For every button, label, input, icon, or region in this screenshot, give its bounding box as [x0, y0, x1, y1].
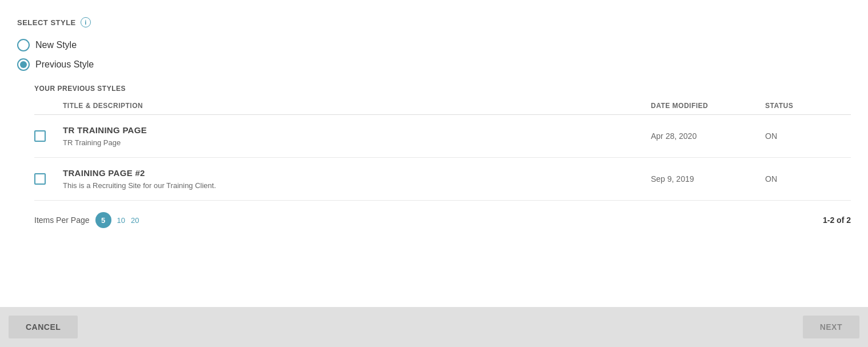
col-header-status: STATUS	[765, 102, 851, 110]
row-1-checkbox[interactable]	[34, 130, 46, 142]
items-per-page: Items Per Page 5 10 20	[34, 212, 139, 228]
col-header-date: DATE MODIFIED	[651, 102, 765, 110]
row-2-date: Sep 9, 2019	[651, 174, 765, 184]
next-button[interactable]: NEXT	[803, 316, 859, 338]
page-total: 2	[846, 216, 851, 225]
row-1-date: Apr 28, 2020	[651, 131, 765, 141]
items-per-page-label: Items Per Page	[34, 216, 90, 225]
radio-group: New Style Previous Style	[17, 39, 851, 71]
row-1-content: TR TRAINING PAGE TR Training Page	[63, 125, 651, 147]
of-label: of	[837, 216, 846, 225]
row-2-description: This is a Recruiting Site for our Traini…	[63, 181, 651, 190]
main-content: SELECT STYLE i New Style Previous Style …	[0, 0, 868, 307]
table-row: TRAINING PAGE #2 This is a Recruiting Si…	[34, 158, 851, 201]
row-2-title: TRAINING PAGE #2	[63, 168, 651, 178]
select-style-header: SELECT STYLE i	[17, 17, 851, 27]
radio-new-style-label: New Style	[35, 40, 77, 50]
row-2-status: ON	[765, 174, 851, 184]
radio-previous-style[interactable]	[17, 58, 30, 71]
page-range: 1-2	[823, 216, 834, 225]
info-icon[interactable]: i	[81, 17, 91, 27]
cancel-button[interactable]: CANCEL	[9, 316, 78, 338]
footer: CANCEL NEXT	[0, 307, 868, 347]
row-2-content: TRAINING PAGE #2 This is a Recruiting Si…	[63, 168, 651, 190]
radio-option-previous-style[interactable]: Previous Style	[17, 58, 851, 71]
row-1-description: TR Training Page	[63, 138, 651, 147]
pagination: Items Per Page 5 10 20 1-2 of 2	[34, 212, 851, 228]
radio-previous-style-label: Previous Style	[35, 59, 94, 70]
checkbox-container-2	[34, 173, 63, 185]
section-title: YOUR PREVIOUS STYLES	[34, 85, 851, 93]
radio-new-style[interactable]	[17, 39, 30, 51]
row-2-checkbox[interactable]	[34, 173, 46, 185]
page-info: 1-2 of 2	[823, 216, 851, 225]
select-style-label: SELECT STYLE	[17, 18, 76, 27]
row-1-title: TR TRAINING PAGE	[63, 125, 651, 135]
table-header: TITLE & DESCRIPTION DATE MODIFIED STATUS	[34, 97, 851, 115]
radio-option-new-style[interactable]: New Style	[17, 39, 851, 51]
page-size-20[interactable]: 20	[131, 216, 139, 225]
row-1-status: ON	[765, 131, 851, 141]
page-size-5[interactable]: 5	[95, 212, 111, 228]
table-row: TR TRAINING PAGE TR Training Page Apr 28…	[34, 115, 851, 158]
checkbox-container-1	[34, 130, 63, 142]
page-size-10[interactable]: 10	[117, 216, 125, 225]
previous-styles-section: YOUR PREVIOUS STYLES TITLE & DESCRIPTION…	[34, 85, 851, 228]
col-header-title: TITLE & DESCRIPTION	[63, 102, 651, 110]
